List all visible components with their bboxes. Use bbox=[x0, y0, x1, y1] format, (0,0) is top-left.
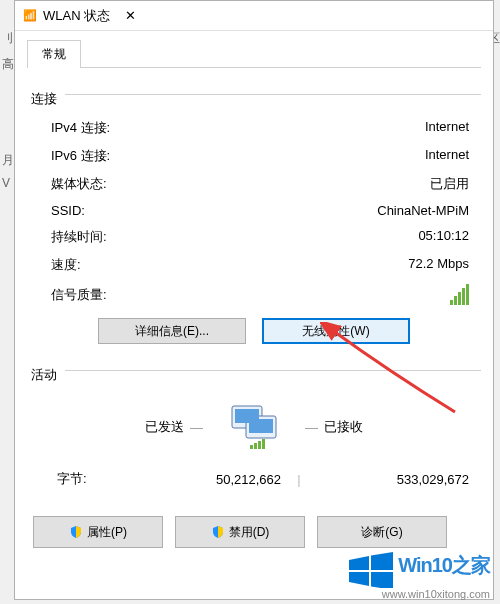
svg-marker-10 bbox=[349, 572, 369, 586]
tab-strip: 常规 bbox=[27, 39, 481, 68]
details-button[interactable]: 详细信息(E)... bbox=[98, 318, 246, 344]
connection-buttons: 详细信息(E)... 无线属性(W) bbox=[27, 318, 481, 344]
section-activity-header: 活动 bbox=[27, 356, 481, 384]
bytes-sent-value: 50,212,662 bbox=[129, 472, 281, 487]
speed-label: 速度: bbox=[51, 256, 81, 274]
svg-marker-8 bbox=[349, 556, 369, 570]
media-state-label: 媒体状态: bbox=[51, 175, 107, 193]
watermark-url: www.win10xitong.com bbox=[382, 588, 490, 600]
svg-rect-7 bbox=[262, 439, 265, 449]
disable-button-label: 禁用(D) bbox=[229, 524, 270, 541]
wireless-properties-button[interactable]: 无线属性(W) bbox=[262, 318, 410, 344]
svg-marker-9 bbox=[371, 552, 393, 570]
svg-rect-3 bbox=[249, 419, 273, 433]
section-connection-header: 连接 bbox=[27, 80, 481, 108]
bytes-separator: | bbox=[281, 472, 317, 487]
properties-button-label: 属性(P) bbox=[87, 524, 127, 541]
ssid-value: ChinaNet-MPiM bbox=[377, 203, 469, 218]
disable-button[interactable]: 禁用(D) bbox=[175, 516, 305, 548]
signal-quality-label: 信号质量: bbox=[51, 286, 107, 304]
sent-label: 已发送 bbox=[39, 418, 184, 436]
bytes-received-value: 533,029,672 bbox=[317, 472, 469, 487]
divider bbox=[65, 370, 481, 371]
diagnose-button-label: 诊断(G) bbox=[361, 524, 402, 541]
bottom-button-row: 属性(P) 禁用(D) 诊断(G) bbox=[27, 516, 481, 548]
signal-bars-icon bbox=[450, 284, 469, 305]
section-activity-title: 活动 bbox=[31, 366, 57, 384]
windows-logo-icon bbox=[347, 550, 395, 588]
divider bbox=[65, 94, 481, 95]
svg-rect-5 bbox=[254, 443, 257, 449]
shield-icon bbox=[69, 525, 83, 539]
edge-text: 月 bbox=[2, 152, 14, 169]
svg-marker-11 bbox=[371, 572, 393, 588]
activity-panel: 已发送 — — 已接收 字节: 50,212,662 | bbox=[27, 394, 481, 488]
media-state-value: 已启用 bbox=[430, 175, 469, 193]
bytes-label: 字节: bbox=[39, 470, 129, 488]
titlebar[interactable]: 📶 WLAN 状态 ✕ bbox=[15, 1, 493, 31]
shield-icon bbox=[211, 525, 225, 539]
dash: — bbox=[190, 420, 203, 435]
section-connection-title: 连接 bbox=[31, 90, 57, 108]
watermark-brand: Win10之家 bbox=[398, 554, 490, 576]
connection-details: IPv4 连接: Internet IPv6 连接: Internet 媒体状态… bbox=[27, 108, 481, 310]
svg-rect-4 bbox=[250, 445, 253, 449]
received-label: 已接收 bbox=[324, 418, 469, 436]
edge-text: V bbox=[2, 176, 10, 190]
tab-general[interactable]: 常规 bbox=[27, 40, 81, 68]
window-content: 常规 连接 IPv4 连接: Internet IPv6 连接: Interne… bbox=[15, 31, 493, 599]
ipv6-value: Internet bbox=[425, 147, 469, 165]
dash: — bbox=[305, 420, 318, 435]
diagnose-button[interactable]: 诊断(G) bbox=[317, 516, 447, 548]
ipv6-label: IPv6 连接: bbox=[51, 147, 110, 165]
close-button[interactable]: ✕ bbox=[110, 2, 150, 30]
ipv4-label: IPv4 连接: bbox=[51, 119, 110, 137]
edge-text: 刂 bbox=[2, 30, 14, 47]
svg-rect-6 bbox=[258, 441, 261, 449]
wlan-status-window: 📶 WLAN 状态 ✕ 常规 连接 IPv4 连接: Internet IPv6… bbox=[14, 0, 494, 600]
close-icon: ✕ bbox=[125, 8, 136, 23]
wifi-icon: 📶 bbox=[23, 9, 37, 22]
properties-button[interactable]: 属性(P) bbox=[33, 516, 163, 548]
duration-value: 05:10:12 bbox=[418, 228, 469, 246]
network-activity-icon bbox=[224, 402, 284, 452]
watermark: Win10之家 www.win10xitong.com bbox=[347, 550, 490, 600]
speed-value: 72.2 Mbps bbox=[408, 256, 469, 274]
edge-text: 高 bbox=[2, 56, 14, 73]
window-title: WLAN 状态 bbox=[43, 7, 110, 25]
ssid-label: SSID: bbox=[51, 203, 85, 218]
duration-label: 持续时间: bbox=[51, 228, 107, 246]
ipv4-value: Internet bbox=[425, 119, 469, 137]
